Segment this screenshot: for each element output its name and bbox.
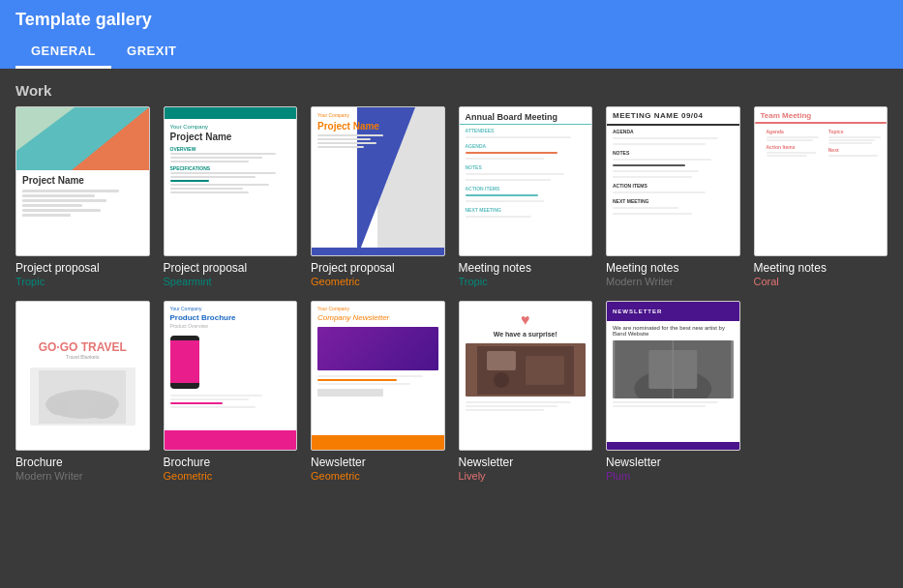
section-work: Work Project Name Project proposal [0, 69, 903, 497]
svg-rect-6 [526, 356, 564, 385]
page-title: Template gallery [15, 10, 888, 36]
svg-point-7 [494, 372, 509, 388]
tabs: GENERAL GREXIT [15, 36, 888, 69]
card-meeting-notes-coral[interactable]: Team Meeting Agenda Action Items Topics [754, 106, 888, 287]
svg-point-2 [48, 399, 68, 415]
card-project-proposal-tropic[interactable]: Project Name Project proposal Tropic [15, 106, 150, 287]
card-meeting-notes-tropic[interactable]: Annual Board Meeting ATTENDEES AGENDA NO… [459, 106, 593, 287]
card-newsletter-plum[interactable]: NEWSLETTER We are nominated for the best… [606, 301, 740, 482]
card-project-proposal-spearmint[interactable]: Your Company Project Name OVERVIEW SPECI… [164, 106, 298, 287]
header: Template gallery GENERAL GREXIT [0, 0, 903, 69]
template-gallery: Project Name Project proposal Tropic You… [0, 106, 903, 497]
card-project-proposal-geometric[interactable]: Your Company Project Name Project propos… [311, 106, 445, 287]
tab-general[interactable]: GENERAL [15, 36, 111, 69]
svg-point-3 [87, 399, 116, 419]
card-brochure-geometric[interactable]: Your Company Product Brochure Product Ov… [164, 301, 298, 482]
card-meeting-notes-mw[interactable]: MEETING NAME 09/04 AGENDA NOTES ACTION I… [606, 106, 740, 287]
section-label: Work [0, 69, 903, 106]
tab-grexit[interactable]: GREXIT [111, 36, 192, 69]
card-newsletter-lively[interactable]: ♥ We have a surprise! Newsletter Lively [459, 301, 593, 482]
card-newsletter-geometric[interactable]: Your Company Company Newsletter Newslett… [311, 301, 445, 482]
svg-rect-5 [487, 351, 516, 370]
card-brochure-mw[interactable]: GO·GO TRAVEL Travel Blankets Brochure Mo… [15, 301, 150, 482]
